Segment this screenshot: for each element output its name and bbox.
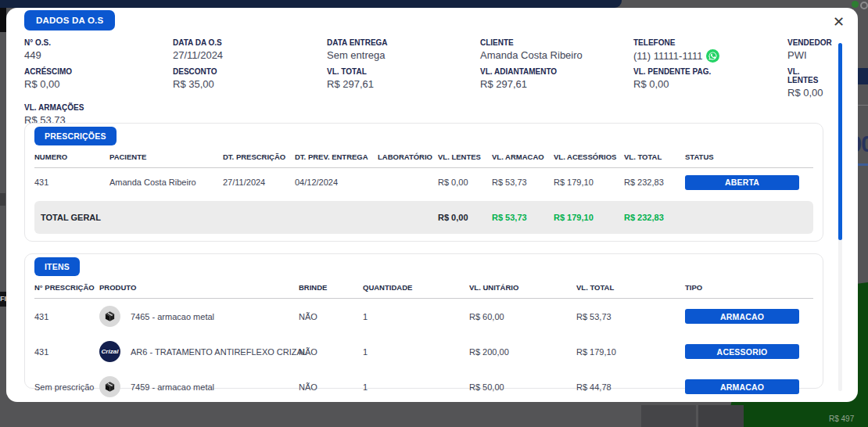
screen: FI 00 R$ 497 ✕ DADOS DA O.S N° O.S. 449 … — [0, 0, 868, 427]
field-value: (11) 11111-1111 — [633, 49, 787, 63]
field-label: VL. PENDENTE PAG. — [633, 67, 787, 76]
background-bottom-amount: R$ 497 — [829, 414, 854, 423]
item-row[interactable]: Sem prescrição 7459 - armacao metal NÃO … — [34, 369, 813, 402]
crizal-logo-icon: Crizal — [99, 341, 120, 362]
item-row[interactable]: 431 7465 - armacao metal NÃO 1 R$ 60,00 … — [34, 299, 813, 334]
background-bottom-fragment — [641, 405, 696, 427]
column-header: VL. UNITÁRIO — [469, 283, 576, 292]
field-label: DATA ENTREGA — [327, 38, 480, 47]
tipo-badge: ARMACAO — [685, 379, 799, 394]
column-header: DT. PREV. ENTREGA — [295, 152, 378, 161]
total-vl-lentes: R$ 0,00 — [438, 213, 492, 222]
column-header: QUANTIDADE — [363, 283, 469, 292]
cell-vl-acessorios: R$ 179,10 — [554, 178, 624, 187]
cell-dt-prescricao: 27/11/2024 — [223, 178, 295, 187]
background-navbar — [0, 0, 622, 8]
prescriptions-total-row: TOTAL GERAL R$ 0,00 R$ 53,73 R$ 179,10 R… — [34, 201, 813, 234]
prescriptions-badge: PRESCRIÇÕES — [34, 127, 117, 145]
prescriptions-panel: PRESCRIÇÕES NUMERO PACIENTE DT. PRESCRIÇ… — [24, 123, 823, 242]
items-panel: ITENS N° PRESCRIÇÃO PRODUTO BRINDE QUANT… — [24, 253, 823, 389]
cell-dt-prev-entrega: 04/12/2024 — [295, 178, 378, 187]
field-label: VL. ARMAÇÕES — [24, 103, 173, 112]
background-green-dot — [852, 1, 859, 8]
column-header: N° PRESCRIÇÃO — [34, 283, 99, 292]
cell-vl-unitario: R$ 50,00 — [469, 382, 576, 392]
total-vl-armacao: R$ 53,73 — [492, 213, 554, 222]
column-header: VL. ARMACAO — [492, 152, 554, 161]
field-label: ACRÉSCIMO — [24, 67, 173, 76]
column-header: BRINDE — [299, 283, 363, 292]
column-header: PACIENTE — [109, 152, 223, 161]
cell-produto: 7459 - armacao metal — [99, 376, 299, 397]
cell-produto: 7465 - armacao metal — [99, 306, 299, 327]
cell-prescricao: Sem prescrição — [34, 382, 99, 392]
total-label: TOTAL GERAL — [34, 213, 438, 222]
background-circle-button — [860, 2, 868, 9]
field-vl-total: VL. TOTAL R$ 297,61 — [327, 67, 480, 99]
close-icon: ✕ — [833, 14, 845, 30]
cell-vl-total: R$ 232,83 — [624, 178, 685, 187]
field-data-entrega: DATA ENTREGA Sem entrega — [327, 38, 480, 63]
total-vl-total: R$ 232,83 — [624, 213, 685, 222]
items-header-row: N° PRESCRIÇÃO PRODUTO BRINDE QUANTIDADE … — [34, 278, 813, 299]
field-value: R$ 35,00 — [173, 78, 327, 90]
background-left-fragment — [0, 8, 6, 32]
close-button[interactable]: ✕ — [831, 13, 846, 30]
field-value: R$ 0,00 — [787, 87, 834, 99]
column-header: STATUS — [685, 152, 813, 161]
field-label: DATA DA O.S — [173, 38, 327, 47]
cell-brinde: NÃO — [299, 312, 363, 321]
cell-prescricao: 431 — [34, 312, 99, 321]
package-icon — [99, 306, 120, 327]
status-badge: ABERTA — [685, 175, 799, 190]
field-value: PWI — [787, 49, 834, 61]
cell-brinde: NÃO — [299, 382, 363, 392]
modal-scrollbar-thumb[interactable] — [838, 43, 842, 240]
field-label: TELEFONE — [633, 38, 787, 47]
field-telefone: TELEFONE (11) 11111-1111 — [633, 38, 787, 63]
whatsapp-icon[interactable] — [706, 49, 719, 63]
column-header: VL. TOTAL — [576, 283, 685, 292]
cell-numero: 431 — [34, 178, 109, 187]
field-numero-os: N° O.S. 449 — [24, 38, 173, 63]
cell-quantidade: 1 — [363, 347, 469, 357]
column-header: VL. ACESSÓRIOS — [554, 152, 624, 161]
column-header: TIPO — [685, 283, 813, 292]
field-value: R$ 0,00 — [24, 78, 173, 90]
cell-vl-total: R$ 179,10 — [576, 347, 685, 357]
modal-scrollbar-track[interactable] — [838, 43, 842, 391]
cell-quantidade: 1 — [363, 312, 469, 321]
modal-title-badge: DADOS DA O.S — [24, 10, 115, 30]
field-label: VL. LENTES — [787, 67, 819, 84]
tipo-badge: ACESSORIO — [685, 344, 799, 359]
field-desconto: DESCONTO R$ 35,00 — [173, 67, 327, 99]
cell-vl-total: R$ 53,73 — [576, 312, 685, 321]
field-value: R$ 297,61 — [480, 78, 633, 90]
column-header: NUMERO — [34, 152, 109, 161]
cell-vl-unitario: R$ 200,00 — [469, 347, 576, 357]
field-label: CLIENTE — [480, 38, 633, 47]
field-value: 27/11/2024 — [173, 49, 327, 61]
field-vl-pendente: VL. PENDENTE PAG. R$ 0,00 — [633, 67, 787, 99]
tipo-badge: ARMACAO — [685, 309, 799, 324]
field-label: VL. ADIANTAMENTO — [480, 67, 633, 76]
item-row[interactable]: 431 Crizal AR6 - TRATAMENTO ANTIREFLEXO … — [34, 334, 813, 369]
cell-paciente: Amanda Costa Ribeiro — [109, 178, 223, 187]
cell-brinde: NÃO — [299, 347, 363, 357]
column-header: LABORATÓRIO — [378, 152, 438, 161]
prescription-row[interactable]: 431 Amanda Costa Ribeiro 27/11/2024 04/1… — [34, 168, 813, 196]
cell-vl-total: R$ 44,78 — [576, 382, 685, 392]
field-vl-adiantamento: VL. ADIANTAMENTO R$ 297,61 — [480, 67, 633, 99]
os-summary: N° O.S. 449 DATA DA O.S 27/11/2024 DATA … — [24, 38, 834, 126]
field-value: R$ 297,61 — [327, 78, 480, 90]
product-name: AR6 - TRATAMENTO ANTIREFLEXO CRIZAL — [131, 347, 307, 357]
field-value: 449 — [24, 49, 173, 61]
field-label: VENDEDOR — [787, 38, 834, 47]
cell-prescricao: 431 — [34, 347, 99, 357]
phone-number: (11) 11111-1111 — [633, 50, 702, 62]
package-icon — [99, 376, 120, 397]
field-vl-lentes: VL. LENTES R$ 0,00 — [787, 67, 834, 99]
field-value: R$ 0,00 — [633, 78, 787, 90]
prescriptions-header-row: NUMERO PACIENTE DT. PRESCRIÇÃO DT. PREV.… — [34, 147, 813, 168]
cell-vl-armacao: R$ 53,73 — [492, 178, 554, 187]
